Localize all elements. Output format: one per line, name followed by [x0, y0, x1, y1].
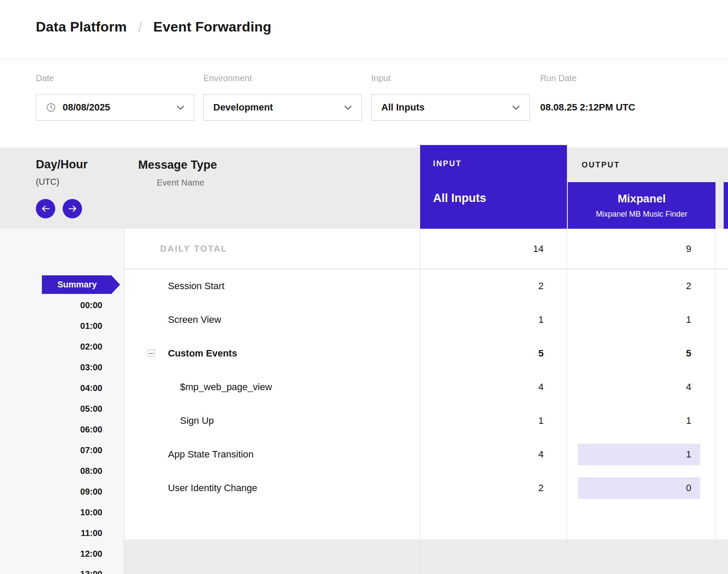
input-dropdown[interactable]: All Inputs: [371, 94, 530, 121]
input-column-header: INPUT All Inputs: [420, 145, 567, 229]
table-row: Session Start22: [0, 269, 728, 303]
input-filter-group: Input All Inputs: [371, 60, 530, 148]
daily-total-input-count: 14: [420, 229, 567, 269]
environment-filter-label: Environment: [203, 73, 252, 83]
input-count: 4: [420, 370, 567, 404]
environment-filter-group: Environment Development: [203, 60, 362, 148]
input-column-title: All Inputs: [433, 192, 486, 205]
breadcrumb-separator-icon: /: [138, 19, 142, 35]
collapse-icon[interactable]: [148, 350, 155, 357]
daily-total-output-count: 9: [567, 229, 715, 269]
date-dropdown[interactable]: 08/08/2025: [36, 94, 194, 121]
output-count: 5: [567, 337, 715, 370]
day-hour-subtitle: (UTC): [36, 177, 59, 187]
event-name-subtitle: Event Name: [157, 178, 204, 188]
date-filter-label: Date: [36, 73, 54, 83]
message-rows: Session Start22Screen View11Custom Event…: [0, 269, 728, 505]
next-day-button[interactable]: [63, 199, 82, 218]
next-section-band: [124, 539, 728, 574]
output-mixpanel-header[interactable]: Mixpanel Mixpanel MB Music Finder: [568, 182, 715, 229]
table-row: Sign Up11: [0, 404, 728, 438]
hour-label[interactable]: 13:00: [0, 564, 102, 574]
daily-total-label: DAILY TOTAL: [160, 229, 228, 269]
output-count: 1: [567, 404, 715, 438]
hour-label[interactable]: 12:00: [0, 543, 102, 564]
output-count: 2: [567, 269, 715, 303]
output-count: 4: [567, 370, 715, 404]
table-header: Day/Hour (UTC) Message Type Event Name I…: [0, 148, 728, 229]
row-name: $mp_web_page_view: [180, 370, 272, 404]
date-value: 08/08/2025: [63, 102, 110, 113]
run-date-group: Run Date 08.08.25 2:12PM UTC: [540, 60, 678, 148]
row-name: User Identity Change: [168, 471, 257, 505]
input-count: 2: [420, 269, 567, 303]
input-column-label: INPUT: [433, 159, 462, 168]
input-count: 4: [420, 438, 567, 471]
table-row: App State Transition41: [0, 438, 728, 471]
chevron-down-icon: [512, 105, 520, 110]
breadcrumb-data-platform[interactable]: Data Platform: [36, 19, 127, 35]
hour-label[interactable]: 11:00: [0, 523, 102, 543]
input-value: All Inputs: [381, 102, 424, 113]
day-hour-title: Day/Hour: [36, 158, 88, 171]
output-column-label: OUTPUT: [582, 161, 620, 170]
output-connection-name: Mixpanel MB Music Finder: [596, 210, 687, 219]
input-count: 1: [420, 303, 567, 337]
output-name: Mixpanel: [617, 192, 665, 205]
input-filter-label: Input: [371, 73, 390, 83]
message-type-title: Message Type: [138, 158, 217, 172]
date-filter-group: Date 08/08/2025: [36, 60, 194, 148]
row-name: Sign Up: [180, 404, 214, 438]
chevron-down-icon: [177, 105, 184, 110]
event-forwarding-screen: Data Platform / Event Forwarding Date 08…: [0, 0, 728, 574]
table-body: DAILY TOTAL 14 9 Summary 00:0001:0002:00…: [0, 229, 728, 574]
row-name: Custom Events: [168, 337, 237, 370]
output-count-highlighted[interactable]: 1: [578, 444, 700, 465]
output-count: 1: [567, 303, 715, 337]
table-row: User Identity Change20: [0, 471, 728, 505]
environment-value: Development: [213, 102, 273, 113]
table-row: Screen View11: [0, 303, 728, 337]
page-title: Event Forwarding: [153, 19, 271, 35]
chevron-down-icon: [344, 105, 352, 110]
input-count: 5: [420, 337, 567, 370]
run-date-value: 08.08.25 2:12PM UTC: [540, 94, 635, 121]
next-output-column-edge: [724, 182, 728, 229]
row-name: App State Transition: [168, 438, 253, 471]
input-count: 2: [420, 471, 567, 505]
arrow-left-icon: [41, 205, 51, 212]
row-name: Session Start: [168, 269, 225, 303]
input-count: 1: [420, 404, 567, 438]
environment-dropdown[interactable]: Development: [203, 94, 362, 121]
run-date-label: Run Date: [540, 73, 577, 83]
table-row: Custom Events55: [0, 337, 728, 370]
previous-day-button[interactable]: [36, 199, 55, 218]
arrow-right-icon: [68, 205, 77, 212]
row-name: Screen View: [168, 303, 221, 337]
breadcrumb: Data Platform / Event Forwarding: [0, 0, 728, 60]
clock-icon: [46, 102, 56, 113]
filter-bar: Date 08/08/2025 Environment Development: [0, 60, 728, 148]
output-count-highlighted[interactable]: 0: [578, 477, 700, 499]
table-row: $mp_web_page_view44: [0, 370, 728, 404]
